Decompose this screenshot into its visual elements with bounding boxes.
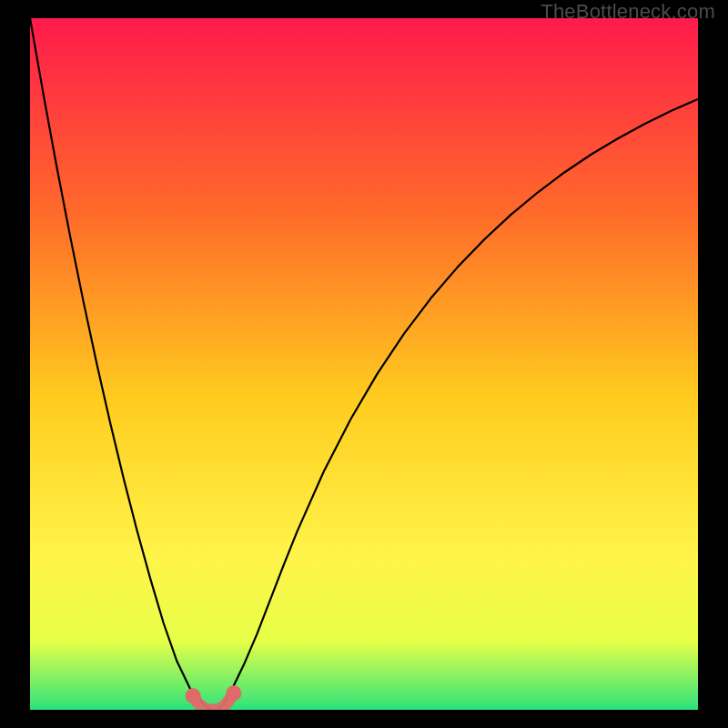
watermark-text: TheBottleneck.com [541, 0, 715, 24]
plot-area [30, 18, 698, 710]
bottleneck-chart-svg [30, 18, 698, 710]
svg-point-2 [186, 688, 201, 703]
svg-point-3 [226, 685, 241, 701]
svg-rect-0 [30, 18, 698, 710]
svg-rect-1 [30, 704, 698, 710]
chart-container: TheBottleneck.com [0, 0, 728, 728]
